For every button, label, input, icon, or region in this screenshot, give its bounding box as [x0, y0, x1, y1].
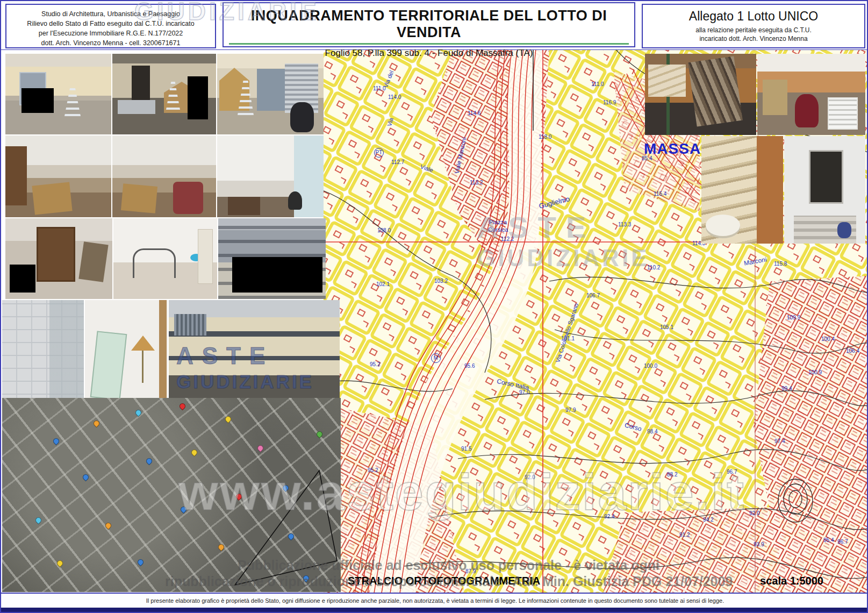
stairs-shape [648, 65, 686, 97]
elevation-label: 98.4 [647, 429, 657, 434]
street-label: Via del [382, 69, 395, 88]
curtain-shape [198, 229, 213, 284]
elevation-label: 112.2 [501, 236, 514, 242]
street-label: Piazza [489, 219, 507, 225]
stairwell-photo [784, 136, 865, 244]
motorcycle-shape [290, 102, 314, 132]
balcony-building-photo [218, 218, 326, 299]
elevation-label: 113.3 [618, 222, 631, 227]
elevation-label: 94.2 [703, 517, 713, 523]
elevation-label: 96.7 [727, 469, 737, 475]
elevation-label: 116.9 [603, 99, 616, 105]
wardrobe-shape [5, 146, 27, 205]
elevation-label: 112.7 [391, 159, 404, 165]
furniture-shape [228, 197, 260, 215]
lot-triangle-annotation [2, 398, 341, 592]
blue-bag-shape [837, 222, 851, 238]
metal-bedframe-shape [133, 248, 176, 278]
cardboard-shape [763, 80, 787, 115]
elevation-label: 118.0 [539, 134, 551, 140]
bedframe-room-photo [113, 218, 217, 299]
elevation-label: 95.4 [823, 537, 834, 543]
elevation-label: 105.1 [660, 324, 673, 330]
elevation-label: 109.9 [787, 315, 800, 320]
cluttered-room-photo-1 [5, 136, 111, 217]
radiator-shape [828, 97, 858, 130]
garage-interior-photo-1 [5, 54, 111, 134]
elevation-label: 110.2 [647, 265, 660, 270]
attic-clutter-photo [757, 54, 865, 135]
redaction-box [21, 88, 54, 113]
elevation-label: 92.0 [525, 474, 535, 480]
street-label: Guglielmo [538, 195, 570, 210]
elevation-label: 95.6 [464, 363, 475, 369]
dark-doorway-shape [132, 66, 150, 104]
allegato-line: incaricato dott. Arch. Vincenzo Menna [643, 34, 864, 43]
glass-pane-shape [90, 331, 127, 400]
page-title: INQUADRAMENTO TERRITORIALE DEL LOTTO DI … [229, 8, 629, 45]
elevation-label: 102.1 [376, 281, 390, 287]
elevation-label: 108.0 [377, 227, 391, 233]
elevation-label: 97.4 [774, 438, 785, 444]
elevation-label: 92.4 [604, 514, 614, 519]
legal-footer: Il presente elaborato grafico è propriet… [1, 593, 868, 609]
street-label: Corso [624, 421, 642, 432]
redaction-box [188, 76, 208, 119]
bag-shape [288, 191, 302, 210]
elevation-label: 95.2 [370, 361, 380, 367]
armchair-shape [173, 182, 203, 214]
marble-staircase-photo [701, 136, 783, 244]
street-label: Corso Italia [496, 377, 529, 391]
elevation-label: 115.4 [654, 191, 666, 197]
garage-interior-photo-2 [112, 54, 216, 134]
garage-shutter-photo [217, 54, 324, 134]
elevation-label: 97.9 [565, 407, 576, 413]
elevation-label: 87.9 [465, 568, 476, 574]
stacked-frames-shape [688, 56, 743, 127]
allegato-title: Allegato 1 Lotto UNICO [643, 9, 864, 24]
map-badge: PT [374, 148, 384, 158]
street-label: Via [386, 117, 394, 127]
elevation-label: 106.4 [846, 348, 859, 354]
boxes-shape [121, 183, 157, 213]
studio-info-line: Rilievo dello Stato di Fatto eseguito da… [6, 19, 215, 28]
cluttered-room-photo-3 [217, 136, 324, 217]
elevation-label: 88.2 [667, 472, 677, 477]
elevation-label: 114.6 [468, 110, 480, 116]
elevation-label: 99.4 [781, 386, 792, 391]
studio-info-box: Studio di Architettura, Urbanistica e Pa… [5, 4, 216, 48]
lamp-stem-shape [142, 351, 144, 383]
elevation-label: 113.2 [470, 180, 483, 186]
allegato-line: alla relazione peritale eseguita da C.T.… [643, 26, 864, 34]
studio-info-line: dott. Arch. Vincenzo Menna - cell. 32006… [6, 38, 215, 48]
bottom-bar [1, 608, 868, 613]
street-label: Viale Manzoni [453, 137, 467, 174]
elevation-label: 91.5 [461, 446, 471, 452]
street-label: Marconi [743, 255, 767, 267]
redaction-box [10, 265, 35, 293]
studio-info-line: per l'Esecuzione Immobiliare R.G.E. N.17… [6, 28, 215, 38]
elevation-label: 111.0 [591, 81, 604, 87]
content-area: MASSA 111.0114.0111.0116.9118.0114.6112.… [1, 49, 867, 593]
ladder-shape [64, 86, 81, 116]
red-drape-shape [795, 94, 819, 127]
boxes-shape [32, 182, 72, 215]
elevation-label: 96.7 [837, 539, 848, 545]
clutter-shape [78, 241, 108, 282]
elevation-label: 106.7 [586, 293, 600, 298]
street-label: Via Colonnello Sgarano [554, 302, 579, 363]
map-badge: M [431, 353, 441, 363]
elevation-label: 93.9 [754, 541, 764, 547]
wardrobe-room-photo [5, 218, 112, 299]
studio-info-line: Studio di Architettura, Urbanistica e Pa… [6, 9, 215, 19]
metal-door-shape [257, 69, 287, 111]
satellite-aerial-photo [2, 398, 341, 592]
lamp-shade-shape [131, 336, 155, 351]
antique-wardrobe-shape [37, 227, 75, 282]
street-label: Corsica [488, 226, 508, 233]
map-caption: STRALCIO ORTOFOTOGRAMMETRIA scala 1:5000 [348, 575, 823, 587]
elevation-label: 85.4 [642, 155, 652, 161]
cluttered-room-photo-2 [112, 136, 216, 217]
title-box: INQUADRAMENTO TERRITORIALE DEL LOTTO DI … [223, 2, 635, 47]
redaction-box [232, 257, 322, 293]
